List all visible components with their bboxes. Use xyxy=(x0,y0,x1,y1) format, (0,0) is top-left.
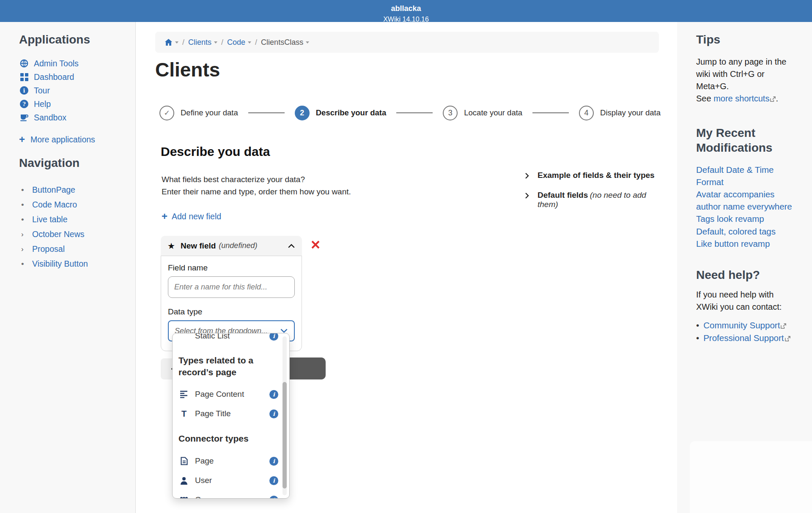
info-icon[interactable]: i xyxy=(269,496,278,499)
chevron-right-icon[interactable]: › xyxy=(21,245,32,254)
wizard-step-3-circle[interactable]: 3 xyxy=(443,106,458,120)
chevron-right-icon xyxy=(523,191,531,202)
new-field-panel-header[interactable]: ★ New field (undefined) xyxy=(161,236,302,256)
wizard-steps: ✓ Define your data 2 Describe your data … xyxy=(159,105,661,120)
nav-item-label: Live table xyxy=(32,215,67,224)
dropdown-item-static-list[interactable]: Static List i xyxy=(178,333,278,344)
community-support-link[interactable]: Community Support xyxy=(703,320,780,330)
external-link-icon xyxy=(770,93,776,105)
chevron-down-icon[interactable] xyxy=(306,41,309,44)
wizard-step-2-label: Describe your data xyxy=(316,108,387,117)
chevron-down-icon[interactable] xyxy=(248,41,251,44)
plus-icon: + xyxy=(19,134,25,145)
check-icon: ✓ xyxy=(164,109,170,117)
dropdown-item-label: Static List xyxy=(195,333,230,341)
breadcrumb-code[interactable]: Code xyxy=(227,38,251,47)
recent-modifications-title: My Recent Modifications xyxy=(696,126,793,155)
info-icon[interactable]: i xyxy=(269,476,278,485)
sidebar-item-admin-tools[interactable]: Admin Tools xyxy=(19,57,135,70)
wizard-step-1-label: Define your data xyxy=(181,108,238,117)
home-icon[interactable] xyxy=(165,38,173,46)
more-applications-label: More applications xyxy=(30,135,95,145)
dashboard-grid-icon xyxy=(19,73,29,81)
need-help-text: If you need help with XWiki you can cont… xyxy=(696,289,794,313)
wizard-step-2-circle[interactable]: 2 xyxy=(295,106,310,120)
chevron-right-icon xyxy=(523,172,531,182)
wiki-version: XWiki 14.10.16 xyxy=(0,16,812,22)
nav-item-october-news[interactable]: ›October News xyxy=(21,227,135,242)
wizard-step-1-circle[interactable]: ✓ xyxy=(159,106,174,120)
help-list-item: •Community Support xyxy=(696,319,796,332)
wizard-step-4-circle[interactable]: 4 xyxy=(579,106,594,120)
dropdown-item-page-title[interactable]: T Page Title i xyxy=(178,404,278,423)
dropdown-item-label: Page Content xyxy=(195,390,244,399)
sidebar-item-tour[interactable]: i Tour xyxy=(19,84,135,97)
dropdown-item-group[interactable]: Group i xyxy=(178,490,278,499)
user-icon xyxy=(178,477,189,485)
bullet-icon: • xyxy=(21,186,32,195)
close-icon xyxy=(310,240,321,250)
nav-item-buttonpage[interactable]: •ButtonPage xyxy=(21,183,135,197)
dropdown-item-page[interactable]: Page i xyxy=(178,451,278,471)
page-icon xyxy=(178,457,189,465)
wiki-name: abllacka xyxy=(0,4,812,13)
accordion-example-fields[interactable]: Example of fields & their types xyxy=(523,171,667,182)
field-name-label: Field name xyxy=(168,263,295,273)
recent-link[interactable]: Default, colored tags xyxy=(696,225,798,237)
breadcrumb-clients[interactable]: Clients xyxy=(188,38,217,47)
more-shortcuts-link[interactable]: more shortcuts xyxy=(713,94,769,103)
dropdown-scrollbar-thumb[interactable] xyxy=(283,382,287,488)
applications-title: Applications xyxy=(19,33,135,46)
sidebar-item-sandbox[interactable]: Sandbox xyxy=(19,111,135,124)
nav-item-label: Code Macro xyxy=(32,200,77,210)
page-title-icon: T xyxy=(178,409,189,419)
section-heading: Describe you data xyxy=(161,145,270,159)
sidebar-item-label: Sandbox xyxy=(34,113,66,123)
dropdown-item-page-content[interactable]: Page Content i xyxy=(178,385,278,404)
delete-field-button[interactable] xyxy=(310,240,321,251)
recent-link[interactable]: Like button revamp xyxy=(696,237,798,250)
page-content-icon xyxy=(178,390,189,398)
recent-link[interactable]: Default Date & Time Format xyxy=(696,164,798,188)
more-applications-button[interactable]: + More applications xyxy=(19,134,135,145)
dropdown-item-user[interactable]: User i xyxy=(178,471,278,490)
navigation-title: Navigation xyxy=(19,156,135,170)
nav-item-code-macro[interactable]: •Code Macro xyxy=(21,197,135,212)
add-new-field-label: Add new field xyxy=(172,212,221,221)
dropdown-item-label: User xyxy=(195,476,212,485)
description-line-1: What fields best characterize your data? xyxy=(162,173,351,186)
navigation-list: •ButtonPage •Code Macro •Live table ›Oct… xyxy=(21,183,135,271)
chevron-down-icon[interactable] xyxy=(175,41,178,44)
wizard-step-4-label: Display your data xyxy=(600,108,661,117)
sidebar-item-help[interactable]: ? Help xyxy=(19,97,135,111)
professional-support-link[interactable]: Professional Support xyxy=(703,333,784,343)
chevron-right-icon[interactable]: › xyxy=(21,230,32,239)
recent-link[interactable]: Tags look revamp xyxy=(696,213,798,225)
info-icon[interactable]: i xyxy=(269,333,278,341)
accordion-label: Example of fields & their types xyxy=(538,171,655,180)
sidebar-item-dashboard[interactable]: Dashboard xyxy=(19,70,135,84)
chevron-down-icon[interactable] xyxy=(214,41,217,44)
dropdown-section-heading: Connector types xyxy=(178,433,269,445)
info-icon[interactable]: i xyxy=(269,409,278,418)
dropdown-scrollbar[interactable] xyxy=(283,336,287,495)
nav-item-visibility-button[interactable]: •Visibility Button xyxy=(21,256,135,271)
tips-period: . xyxy=(776,94,778,103)
star-icon: ★ xyxy=(167,241,175,251)
new-field-title-suffix: (undefined) xyxy=(219,241,257,250)
chevron-up-icon[interactable] xyxy=(288,243,295,249)
dropdown-item-label: Page Title xyxy=(195,409,231,418)
field-name-input[interactable] xyxy=(168,276,295,298)
dropdown-item-label: Group xyxy=(195,495,217,499)
nav-item-live-table[interactable]: •Live table xyxy=(21,212,135,227)
info-icon[interactable]: i xyxy=(269,390,278,399)
nav-item-proposal[interactable]: ›Proposal xyxy=(21,242,135,256)
recent-link[interactable]: Avatar accompanies author name everywher… xyxy=(696,188,798,213)
bullet-icon: • xyxy=(21,200,32,210)
breadcrumb-home[interactable] xyxy=(165,38,178,46)
question-circle-icon: ? xyxy=(19,100,29,108)
info-icon[interactable]: i xyxy=(269,457,278,466)
main-content: / Clients / Code / ClientsClass Clients … xyxy=(136,22,677,513)
accordion-default-fields[interactable]: Default fields (no need to add them) xyxy=(523,191,667,209)
add-new-field-button[interactable]: + Add new field xyxy=(162,210,221,222)
